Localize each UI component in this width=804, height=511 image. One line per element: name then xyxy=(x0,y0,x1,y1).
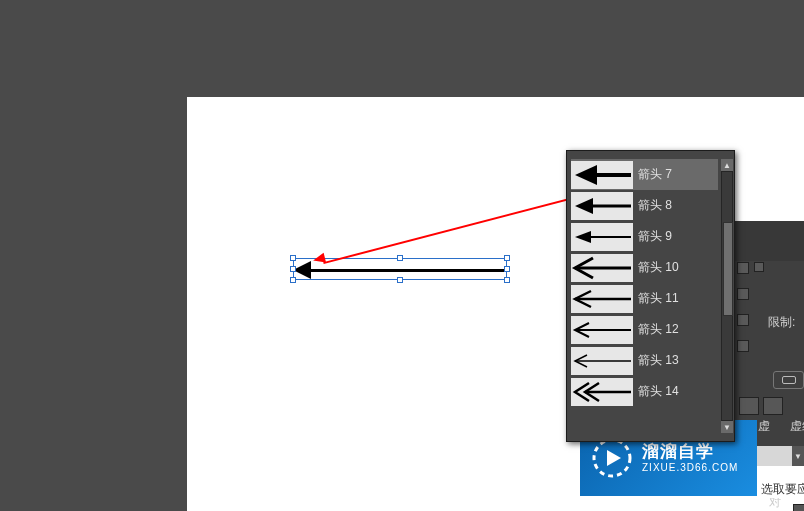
dash-label-2: 虚线 xyxy=(790,418,804,435)
arrowhead-dropdown-panel: 箭头 7箭头 8箭头 9箭头 10箭头 11箭头 12箭头 13箭头 14 ▲ … xyxy=(566,150,735,442)
chevron-up-icon: ▲ xyxy=(723,161,731,170)
selection-handle-top-mid[interactable] xyxy=(397,255,403,261)
selection-handle-top-right[interactable] xyxy=(504,255,510,261)
watermark-play-icon xyxy=(590,436,634,480)
miter-limit-label: 限制: xyxy=(768,314,795,331)
selection-handle-bot-mid[interactable] xyxy=(397,277,403,283)
panel-button-1[interactable] xyxy=(737,262,749,274)
arrowhead-dropdown-scrollbar[interactable]: ▲ ▼ xyxy=(721,159,733,433)
svg-marker-2 xyxy=(575,198,593,214)
arrowhead-option-10[interactable]: 箭头 10 xyxy=(571,252,718,283)
arrowhead-swatch-icon xyxy=(571,285,633,313)
arrowhead-option-7[interactable]: 箭头 7 xyxy=(571,159,718,190)
arrowhead-option-label: 箭头 12 xyxy=(638,321,679,338)
selection-handle-mid-right[interactable] xyxy=(504,266,510,272)
arrowhead-option-9[interactable]: 箭头 9 xyxy=(571,221,718,252)
arrowhead-swatch-icon xyxy=(571,378,633,406)
arrowhead-option-label: 箭头 11 xyxy=(638,290,679,307)
scroll-up-button[interactable]: ▲ xyxy=(721,159,733,171)
arrowhead-swatch-icon xyxy=(571,223,633,251)
align-option-1[interactable] xyxy=(793,504,804,511)
selection-handle-mid-left[interactable] xyxy=(290,266,296,272)
selection-handle-bot-left[interactable] xyxy=(290,277,296,283)
watermark-url: ZIXUE.3D66.COM xyxy=(642,462,738,474)
dropdown-arrow-icon: ▼ xyxy=(792,446,804,466)
arrowhead-option-13[interactable]: 箭头 13 xyxy=(571,345,718,376)
arrowhead-swatch-icon xyxy=(571,316,633,344)
dash-label-1: 虚 xyxy=(758,418,770,435)
arrowhead-option-label: 箭头 10 xyxy=(638,259,679,276)
arrowhead-option-11[interactable]: 箭头 11 xyxy=(571,283,718,314)
svg-rect-3 xyxy=(591,204,631,207)
svg-rect-1 xyxy=(593,173,631,177)
arrowhead-swatch-icon xyxy=(571,192,633,220)
arrowhead-dropdown-list: 箭头 7箭头 8箭头 9箭头 10箭头 11箭头 12箭头 13箭头 14 xyxy=(571,159,718,433)
arrowhead-swatch-icon xyxy=(571,254,633,282)
selection-handle-bot-right[interactable] xyxy=(504,277,510,283)
arrowhead-option-label: 箭头 14 xyxy=(638,383,679,400)
chevron-down-icon: ▼ xyxy=(723,423,731,432)
svg-marker-4 xyxy=(575,231,591,243)
panel-cap-button[interactable] xyxy=(737,288,749,300)
arrowhead-option-label: 箭头 9 xyxy=(638,228,672,245)
arrowhead-option-label: 箭头 8 xyxy=(638,197,672,214)
arrowhead-option-8[interactable]: 箭头 8 xyxy=(571,190,718,221)
arrowhead-option-12[interactable]: 箭头 12 xyxy=(571,314,718,345)
arrowhead-option-label: 箭头 13 xyxy=(638,352,679,369)
watermark-title: 溜溜自学 xyxy=(642,442,738,462)
weight-dropdown-arrow[interactable] xyxy=(754,262,764,272)
scroll-down-button[interactable]: ▼ xyxy=(721,421,733,433)
scroll-thumb[interactable] xyxy=(723,222,733,316)
panel-align-stroke-button[interactable] xyxy=(737,340,749,352)
tooltip-text: 选取要应 xyxy=(759,480,804,498)
stroke-align-option[interactable] xyxy=(773,371,804,389)
scroll-track[interactable] xyxy=(721,171,733,421)
svg-marker-12 xyxy=(607,450,621,466)
arrowhead-swatch-icon xyxy=(571,347,633,375)
arrow-shape-line[interactable] xyxy=(297,269,507,272)
selection-handle-top-left[interactable] xyxy=(290,255,296,261)
panel-option-button-a[interactable] xyxy=(739,397,759,415)
arrowhead-option-14[interactable]: 箭头 14 xyxy=(571,376,718,407)
svg-rect-5 xyxy=(589,236,631,238)
stroke-align-icon xyxy=(782,376,796,384)
arrowhead-option-label: 箭头 7 xyxy=(638,166,672,183)
arrowhead-swatch-icon xyxy=(571,161,633,189)
panel-option-button-b[interactable] xyxy=(763,397,783,415)
panel-corner-button[interactable] xyxy=(737,314,749,326)
